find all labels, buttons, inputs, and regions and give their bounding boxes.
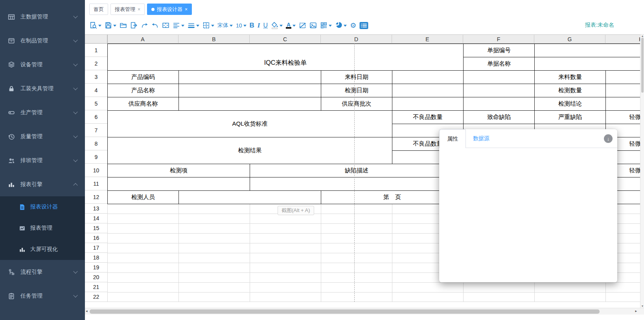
cell-inspector-value[interactable] xyxy=(178,190,321,204)
cell-test-date-value[interactable] xyxy=(392,84,464,97)
row-header-4[interactable]: 4 xyxy=(85,84,107,97)
cell-defect-qty-label[interactable]: 不良品数量 xyxy=(392,110,464,124)
cell-minor-defect-label[interactable]: 轻微缺陷 xyxy=(605,110,644,124)
row-header-2[interactable]: 2 xyxy=(85,57,107,70)
export-button[interactable] xyxy=(130,22,138,29)
underline-button[interactable]: U xyxy=(263,22,268,29)
cell-empty[interactable] xyxy=(107,177,250,191)
row-header-6[interactable]: 6 xyxy=(85,110,107,124)
undo-button[interactable] xyxy=(151,22,159,29)
open-button[interactable] xyxy=(120,22,127,29)
column-header-a[interactable]: A xyxy=(107,35,178,44)
row-header-12[interactable]: 12 xyxy=(85,190,107,204)
corner-header[interactable] xyxy=(85,35,107,44)
sidebar-item-master-data[interactable]: 主数据管理 xyxy=(0,5,85,29)
cell-empty[interactable] xyxy=(463,97,535,111)
cell-supplier-batch-label[interactable]: 供应商批次 xyxy=(321,97,392,111)
close-icon[interactable]: × xyxy=(185,7,188,12)
cell-test-item-label[interactable]: 检测项 xyxy=(107,164,250,177)
cell-doc-name-value[interactable] xyxy=(534,57,644,71)
cell-doc-name-label[interactable]: 单据名称 xyxy=(463,57,535,71)
cell-empty[interactable] xyxy=(463,70,535,84)
save-button[interactable] xyxy=(105,22,116,29)
cell-product-name-value[interactable] xyxy=(178,84,321,97)
row-header-1[interactable]: 1 xyxy=(85,44,107,57)
sidebar-item-scheduling[interactable]: 排班管理 xyxy=(0,148,85,172)
row-header-15[interactable]: 15 xyxy=(85,223,107,233)
scroll-up-icon[interactable]: ▲ xyxy=(641,35,644,37)
font-size-select[interactable]: 10 xyxy=(236,22,247,29)
cell-test-qty-label[interactable]: 检测数量 xyxy=(534,84,606,97)
cell-product-code-value[interactable] xyxy=(178,70,321,84)
cell-test-conclusion-label[interactable]: 检测结论 xyxy=(534,97,606,111)
tab-report-management[interactable]: 报表管理 × xyxy=(110,4,145,15)
row-header-7[interactable]: 7 xyxy=(85,124,107,137)
row-header-19[interactable]: 19 xyxy=(85,263,107,272)
sidebar-item-report-engine[interactable]: 报表引擎 xyxy=(0,172,85,196)
qrcode-button[interactable] xyxy=(320,22,332,29)
column-header-d[interactable]: D xyxy=(321,35,392,44)
cell-arrival-qty-value[interactable] xyxy=(605,70,644,84)
sidebar-item-report-designer[interactable]: 报表设计器 xyxy=(0,196,85,218)
cell-defect-desc-label[interactable]: 缺陷描述 xyxy=(250,164,464,177)
column-header-h[interactable]: H xyxy=(605,35,644,44)
sidebar-item-process-engine[interactable]: 流程引擎 xyxy=(0,260,85,284)
row-header-3[interactable]: 3 xyxy=(85,70,107,84)
cell-supplier-batch-value[interactable] xyxy=(392,97,464,111)
settings-button[interactable]: ⚙ xyxy=(350,22,356,29)
scroll-down-icon[interactable]: ▼ xyxy=(641,305,644,307)
collapse-arrow-icon[interactable]: ↓ xyxy=(604,134,613,143)
sidebar-item-task-management[interactable]: 任务管理 xyxy=(0,284,85,308)
row-header-8[interactable]: 8 xyxy=(85,137,107,150)
preview-button[interactable] xyxy=(90,22,101,29)
horizontal-scrollbar-thumb[interactable] xyxy=(90,309,600,314)
cell-test-result[interactable]: 检测结果 xyxy=(107,137,392,164)
insert-image-button[interactable] xyxy=(309,22,317,29)
cell-supplier-name-label[interactable]: 供应商名称 xyxy=(107,97,179,111)
font-family-select[interactable]: 宋体 xyxy=(217,22,233,29)
row-header-5[interactable]: 5 xyxy=(85,97,107,110)
row-header-14[interactable]: 14 xyxy=(85,214,107,223)
sidebar-item-report-management[interactable]: 报表管理 xyxy=(0,218,85,239)
fill-color-button[interactable] xyxy=(271,22,283,29)
column-header-e[interactable]: E xyxy=(392,35,463,44)
vertical-scrollbar-thumb[interactable] xyxy=(641,38,644,93)
redo-button[interactable] xyxy=(141,22,148,29)
panel-tab-properties[interactable]: 属性 xyxy=(439,129,466,148)
cell-arrival-qty-label[interactable]: 来料数量 xyxy=(534,70,606,84)
row-header-20[interactable]: 20 xyxy=(85,272,107,282)
row-header-13[interactable]: 13 xyxy=(85,204,107,214)
line-style-button[interactable] xyxy=(188,22,199,29)
cell-test-date-label[interactable]: 检测日期 xyxy=(321,84,392,97)
sidebar-item-tooling[interactable]: 工装夹具管理 xyxy=(0,77,85,101)
cell-product-name-label[interactable]: 产品名称 xyxy=(107,84,179,97)
chart-button[interactable] xyxy=(335,22,347,29)
tab-home[interactable]: 首页 xyxy=(89,4,108,15)
cell-aql-standard[interactable]: AQL收货标准 xyxy=(107,110,392,137)
cell-empty[interactable] xyxy=(250,177,464,191)
cell-serious-defect-label[interactable]: 严重缺陷 xyxy=(534,110,606,124)
tab-report-designer[interactable]: 报表设计器 × xyxy=(147,4,192,15)
row-header-22[interactable]: 22 xyxy=(85,292,107,302)
column-header-c[interactable]: C xyxy=(250,35,321,44)
column-header-g[interactable]: G xyxy=(534,35,605,44)
merge-cells-button[interactable] xyxy=(162,22,169,29)
clear-format-button[interactable] xyxy=(299,22,306,29)
column-header-f[interactable]: F xyxy=(463,35,534,44)
borders-button[interactable] xyxy=(202,22,214,29)
font-color-button[interactable]: A xyxy=(286,22,296,29)
cell-test-qty-value[interactable] xyxy=(605,84,644,97)
cell-inspector-label[interactable]: 检测人员 xyxy=(107,190,179,204)
row-header-10[interactable]: 10 xyxy=(85,164,107,177)
cell-fatal-defect-label[interactable]: 致命缺陷 xyxy=(463,110,535,124)
cell-product-code-label[interactable]: 产品编码 xyxy=(107,70,179,84)
align-button[interactable] xyxy=(173,22,184,29)
vertical-scrollbar[interactable]: ▲ ▼ xyxy=(640,35,644,308)
sidebar-item-big-screen[interactable]: 大屏可视化 xyxy=(0,239,85,260)
sidebar-item-equipment[interactable]: 设备管理 xyxy=(0,53,85,77)
sidebar-item-production[interactable]: 生产管理 xyxy=(0,101,85,124)
cell-test-conclusion-value[interactable] xyxy=(605,97,644,111)
cell-arrival-date-value[interactable] xyxy=(392,70,464,84)
cell-doc-no-label[interactable]: 单据编号 xyxy=(463,44,535,57)
row-header-21[interactable]: 21 xyxy=(85,282,107,292)
